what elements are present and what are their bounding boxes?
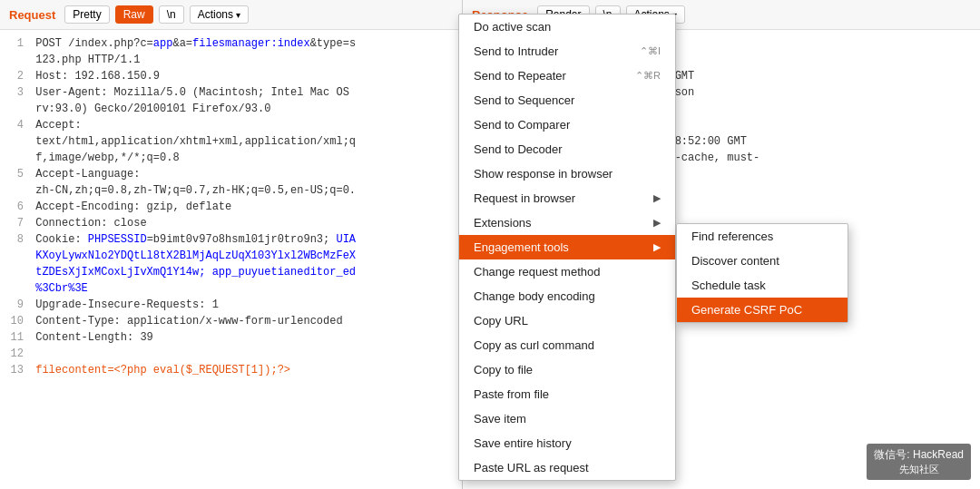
- submenu-label-generate-csrf-poc: Generate CSRF PoC: [691, 303, 802, 317]
- menu-label-copy-url: Copy URL: [474, 314, 528, 328]
- main-container: Request Pretty Raw \n Actions ▾ 1 POST /…: [0, 0, 980, 489]
- menu-item-send-to-sequencer[interactable]: Send to Sequencer: [459, 88, 675, 112]
- engagement-tools-submenu: Find references Discover content Schedul…: [676, 223, 848, 323]
- submenu-label-schedule-task: Schedule task: [691, 279, 766, 292]
- menu-item-copy-to-file[interactable]: Copy to file: [459, 357, 675, 382]
- menu-label-send-to-sequencer: Send to Sequencer: [474, 93, 574, 107]
- menu-label-extensions: Extensions: [474, 216, 532, 230]
- menu-item-request-in-browser[interactable]: Request in browser ▶: [459, 186, 675, 210]
- submenu-item-find-references[interactable]: Find references: [677, 224, 848, 249]
- menu-item-change-body-encoding[interactable]: Change body encoding: [459, 284, 675, 308]
- submenu-item-schedule-task[interactable]: Schedule task: [677, 273, 848, 298]
- menu-label-show-response-browser: Show response in browser: [474, 167, 612, 181]
- menu-item-copy-as-curl[interactable]: Copy as curl command: [459, 333, 675, 357]
- menu-label-send-to-comparer: Send to Comparer: [474, 118, 570, 132]
- menu-item-send-to-intruder[interactable]: Send to Intruder ⌃⌘I: [459, 39, 675, 64]
- menu-item-paste-from-file[interactable]: Paste from file: [459, 382, 675, 406]
- menu-label-do-active-scan: Do active scan: [474, 20, 551, 34]
- menu-label-send-to-repeater: Send to Repeater: [474, 69, 566, 83]
- menu-label-copy-as-curl: Copy as curl command: [474, 338, 594, 352]
- menu-item-show-response-browser[interactable]: Show response in browser: [459, 161, 675, 186]
- menu-item-save-item[interactable]: Save item: [459, 406, 675, 431]
- menu-item-save-entire-history[interactable]: Save entire history: [459, 431, 675, 455]
- submenu-label-find-references: Find references: [691, 230, 773, 243]
- menu-item-copy-url[interactable]: Copy URL: [459, 308, 675, 333]
- arrow-icon-engagement-tools: ▶: [653, 241, 661, 253]
- arrow-icon-request-in-browser: ▶: [653, 192, 661, 204]
- menu-label-save-entire-history: Save entire history: [474, 436, 572, 450]
- submenu-item-generate-csrf-poc[interactable]: Generate CSRF PoC: [677, 298, 848, 322]
- menu-item-change-request-method[interactable]: Change request method: [459, 259, 675, 284]
- menu-item-send-to-decoder[interactable]: Send to Decoder: [459, 137, 675, 161]
- menu-label-save-item: Save item: [474, 412, 526, 425]
- menu-label-paste-url-as-request: Paste URL as request: [474, 461, 589, 474]
- arrow-icon-extensions: ▶: [653, 217, 661, 229]
- menu-item-engagement-tools[interactable]: Engagement tools ▶: [459, 235, 675, 259]
- menu-label-paste-from-file: Paste from file: [474, 387, 549, 401]
- menu-label-send-to-decoder: Send to Decoder: [474, 142, 563, 156]
- shortcut-send-to-repeater: ⌃⌘R: [635, 70, 661, 82]
- menu-label-change-body-encoding: Change body encoding: [474, 289, 595, 303]
- menu-label-request-in-browser: Request in browser: [474, 191, 575, 205]
- menu-item-do-active-scan[interactable]: Do active scan: [459, 15, 675, 39]
- shortcut-send-to-intruder: ⌃⌘I: [640, 45, 661, 57]
- menu-label-change-request-method: Change request method: [474, 265, 600, 279]
- menu-label-copy-to-file: Copy to file: [474, 363, 533, 377]
- menu-item-send-to-comparer[interactable]: Send to Comparer: [459, 112, 675, 137]
- context-menu: Do active scan Send to Intruder ⌃⌘I Send…: [458, 14, 676, 481]
- submenu-label-discover-content: Discover content: [691, 254, 779, 268]
- menu-label-engagement-tools: Engagement tools: [474, 240, 569, 254]
- submenu-item-discover-content[interactable]: Discover content: [677, 249, 848, 273]
- context-menu-overlay: Do active scan Send to Intruder ⌃⌘I Send…: [0, 0, 980, 489]
- menu-item-extensions[interactable]: Extensions ▶: [459, 210, 675, 235]
- menu-item-paste-url-as-request[interactable]: Paste URL as request: [459, 455, 675, 480]
- menu-label-send-to-intruder: Send to Intruder: [474, 44, 558, 58]
- menu-item-send-to-repeater[interactable]: Send to Repeater ⌃⌘R: [459, 64, 675, 88]
